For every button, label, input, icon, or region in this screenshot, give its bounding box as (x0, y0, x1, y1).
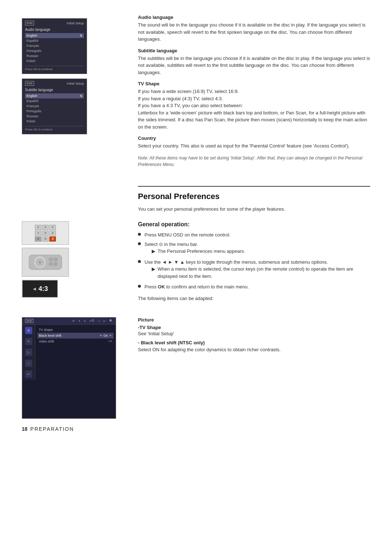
page-number: 18 (22, 426, 28, 432)
tv-shape-display: ◄ 4:3 (22, 280, 58, 298)
subtitle-item-francais[interactable]: Français (25, 104, 84, 109)
dvd-logo-audio: DVD (25, 21, 34, 25)
pp-topbar-icons: ⊙ T C n℃ □ ▷ 🔍 (72, 319, 113, 323)
bullet-1-text: Press MENU OSD on the remote control. (144, 231, 230, 239)
bullet-4-text: Press OK to confirm and return to the ma… (144, 283, 249, 291)
disc-player-image (22, 248, 69, 277)
pp-sidebar-preferences[interactable]: ⊙ (25, 327, 32, 334)
bullet-3-content: Use the ◄ ► ▼ ▲ keys to toggle through t… (144, 259, 370, 281)
section-divider (138, 186, 370, 187)
audio-scroll-arrows: ⇅ (80, 34, 82, 37)
tv-ratio-label: 4:3 (38, 285, 48, 293)
pp-icon-c: C (84, 319, 86, 323)
subtitle-item-espanol[interactable]: Español (25, 98, 84, 104)
audio-footer: Press OK to continue (25, 66, 84, 71)
bullet-dot-3 (138, 260, 141, 263)
personal-preferences-title: Personal Preferences (138, 192, 370, 201)
pp-value-blacklevel: ◄ On ► (99, 334, 112, 337)
subtitle-section-title: Subtitle language (25, 88, 84, 92)
bullet-dot-4 (138, 285, 141, 288)
dvd-header-subtitle: Initial Setup (67, 82, 84, 85)
arrow-note-2: ▶ When a menu item is selected, the curs… (152, 266, 370, 280)
audio-item-polish[interactable]: Polish (25, 58, 84, 64)
subtitle-item-russian[interactable]: Russian (25, 114, 84, 119)
dvd-logo-subtitle: DVD (25, 81, 34, 86)
bullet-3-text: Use the ◄ ► ▼ ▲ keys to toggle through t… (144, 259, 328, 265)
audio-language-screen: DVD Initial Setup Audio language English… (22, 18, 87, 74)
personal-prefs-header-area: Personal Preferences You can set your pe… (123, 182, 370, 218)
pp-sidebar-play[interactable]: ▷ (25, 349, 32, 356)
remote-key-7: ⑦ (35, 231, 41, 236)
remote-key-10: ⑩ (35, 236, 41, 242)
bullet-3: Use the ◄ ► ▼ ▲ keys to toggle through t… (138, 259, 370, 281)
pp-sidebar-edit[interactable]: ✎ (25, 338, 32, 345)
pp-row-tvshape[interactable]: TV shape (37, 327, 114, 333)
bottom-left-screen: DVD ⊙ T C n℃ □ ▷ 🔍 ⊙ ✎ (22, 317, 123, 419)
pp-sidebar-box[interactable]: □ (25, 360, 32, 367)
pp-icon-box: □ (98, 319, 100, 323)
blevel-subtitle: - Black level shift (NTSC only) (138, 340, 370, 345)
personal-prefs-section: Personal Preferences You can set your pe… (22, 182, 370, 218)
audio-item-francais[interactable]: Français (25, 43, 84, 48)
audio-item-english[interactable]: English ⇅ (25, 33, 84, 38)
arrow-note-1-text: The Personal Preferences menu appears. (158, 248, 245, 255)
svg-point-3 (39, 261, 41, 263)
pp-icon-play: ▷ (103, 319, 106, 323)
bottom-right-text: Picture -TV Shape See 'Initial Setup' - … (123, 317, 370, 419)
remote-key-4: ④ (35, 225, 41, 230)
pp-screen: DVD ⊙ T C n℃ □ ▷ 🔍 ⊙ ✎ (22, 317, 116, 419)
svg-point-4 (49, 258, 53, 261)
pp-icon-sound: n℃ (90, 319, 94, 323)
bullet-dot-2 (138, 242, 141, 245)
bullet-dot-1 (138, 233, 141, 236)
pp-label-tvshape: TV shape (39, 328, 53, 332)
subtitle-footer: Press OK to continue (25, 126, 84, 131)
disc-player-svg (27, 251, 64, 273)
audio-item-portugues[interactable]: Português (25, 48, 84, 53)
subtitle-item-english[interactable]: English ⇅ (25, 93, 84, 98)
remote-key-6: ⑥ (49, 225, 56, 230)
left-column-screens: DVD Initial Setup Audio language English… (22, 15, 123, 175)
pp-icon-t: T (78, 319, 80, 323)
subtitle-item-portugues[interactable]: Português (25, 109, 84, 114)
black-level-value: On (103, 334, 108, 337)
dvd-header-audio: Initial Setup (67, 21, 84, 25)
right-text-column: Audio language The sound will be in the … (123, 15, 370, 175)
arrow-icon-1: ▶ (152, 248, 155, 255)
pp-screen-body: ⊙ ✎ ▷ □ ↩ TV shape Black level shift (22, 325, 116, 380)
blevel-body: Select ON for adapting the color dynamic… (138, 347, 370, 352)
subtitle-language-title: Subtitle language (138, 48, 370, 53)
top-section: DVD Initial Setup Audio language English… (22, 15, 370, 175)
tv-shape-value: ◄ 4:3 (32, 285, 48, 293)
tv-shape-body: If you have a wide screen (16:9) TV, sel… (138, 88, 370, 130)
arrow-note-1: ▶ The Personal Preferences menu appears. (152, 248, 245, 255)
pp-row-videoshift[interactable]: Video shift Off (37, 339, 114, 344)
play-icon: ◄ (32, 286, 37, 292)
audio-language-title: Audio language (138, 15, 370, 20)
remote-key-5: ⑤ (42, 225, 49, 230)
pp-row-blacklevel[interactable]: Black level shift ◄ On ► (37, 333, 114, 339)
picture-title: Picture (138, 317, 370, 323)
pp-sidebar-return[interactable]: ↩ (25, 370, 32, 378)
country-title: Country (138, 135, 370, 141)
following-text: The following items can be adapted: (138, 296, 370, 301)
subtitle-language-screen: DVD Initial Setup Subtitle language Engl… (22, 78, 87, 134)
pp-icon-search: 🔍 (109, 319, 113, 323)
tv-shape-line2: If you have a regular (4:3) TV, select 4… (138, 96, 223, 101)
mid-left-images: ④ ⑤ ⑥ ⑦ ⑧ ⑨ ⑩ ⑪ ⑫ (22, 221, 123, 306)
audio-language-body: The sound will be in the language you ch… (138, 21, 370, 43)
black-level-arrow-right: ► (109, 334, 112, 337)
audio-item-espanol[interactable]: Español (25, 38, 84, 43)
pp-screen-sidebar: ⊙ ✎ ▷ □ ↩ (22, 325, 35, 380)
pp-dvd-logo: DVD (25, 319, 33, 323)
black-level-arrow-left: ◄ (99, 334, 102, 337)
remote-grid: ④ ⑤ ⑥ ⑦ ⑧ ⑨ ⑩ ⑪ ⑫ (35, 225, 56, 242)
footer: 18 PREPARATION (22, 426, 370, 432)
subtitle-item-polish[interactable]: Polish (25, 119, 84, 124)
tv-shape-box: ◄ 4:3 (22, 280, 58, 298)
audio-item-russian[interactable]: Russian (25, 53, 84, 58)
pp-screen-topbar: DVD ⊙ T C n℃ □ ▷ 🔍 (22, 317, 116, 325)
svg-point-5 (54, 258, 57, 261)
ok-bold-text: OK (158, 284, 165, 289)
general-operation-title: General operation: (138, 221, 370, 228)
